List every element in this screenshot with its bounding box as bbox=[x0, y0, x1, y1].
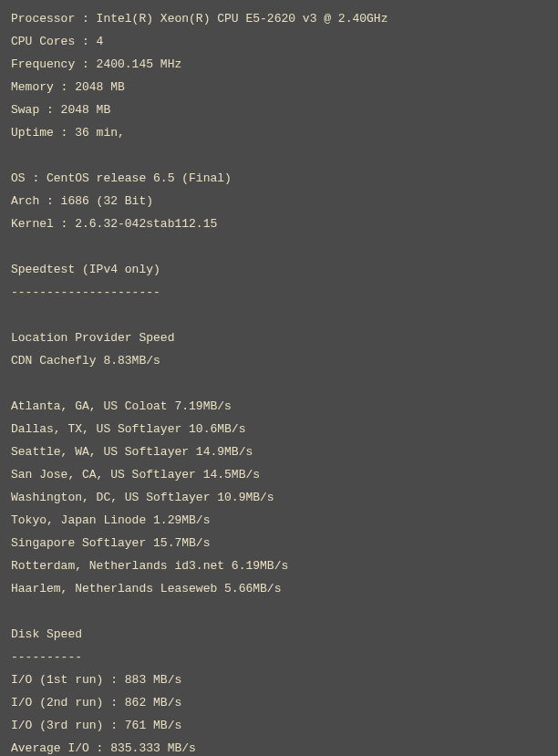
disk-run: I/O (1st run) : 883 MB/s bbox=[11, 668, 547, 691]
speedtest-result: Haarlem, Netherlands Leaseweb 5.66MB/s bbox=[11, 577, 547, 600]
speedtest-cdn: CDN Cachefly 8.83MB/s bbox=[11, 349, 547, 372]
speedtest-result: Dallas, TX, US Softlayer 10.6MB/s bbox=[11, 418, 547, 440]
speedtest-result: Tokyo, Japan Linode 1.29MB/s bbox=[11, 509, 547, 532]
disk-divider: ---------- bbox=[11, 646, 547, 668]
speedtest-divider: --------------------- bbox=[11, 281, 547, 304]
cpu-cores-line: CPU Cores : 4 bbox=[11, 30, 547, 53]
speedtest-result: Singapore Softlayer 15.7MB/s bbox=[11, 532, 547, 554]
swap-line: Swap : 2048 MB bbox=[11, 98, 547, 121]
speedtest-result: San Jose, CA, US Softlayer 14.5MB/s bbox=[11, 463, 547, 486]
memory-line: Memory : 2048 MB bbox=[11, 76, 547, 98]
arch-line: Arch : i686 (32 Bit) bbox=[11, 190, 547, 212]
blank-line bbox=[11, 235, 547, 258]
blank-line bbox=[11, 600, 547, 623]
os-line: OS : CentOS release 6.5 (Final) bbox=[11, 167, 547, 190]
speedtest-columns: Location Provider Speed bbox=[11, 326, 547, 349]
speedtest-result: Rotterdam, Netherlands id3.net 6.19MB/s bbox=[11, 554, 547, 577]
disk-run: I/O (3rd run) : 761 MB/s bbox=[11, 714, 547, 737]
blank-line bbox=[11, 144, 547, 167]
uptime-line: Uptime : 36 min, bbox=[11, 121, 547, 144]
frequency-line: Frequency : 2400.145 MHz bbox=[11, 53, 547, 76]
blank-line bbox=[11, 372, 547, 395]
speedtest-result: Atlanta, GA, US Coloat 7.19MB/s bbox=[11, 395, 547, 418]
disk-header: Disk Speed bbox=[11, 623, 547, 646]
disk-run: I/O (2nd run) : 862 MB/s bbox=[11, 691, 547, 714]
speedtest-result: Seattle, WA, US Softlayer 14.9MB/s bbox=[11, 440, 547, 463]
disk-average: Average I/O : 835.333 MB/s bbox=[11, 737, 547, 756]
speedtest-result: Washington, DC, US Softlayer 10.9MB/s bbox=[11, 486, 547, 509]
blank-line bbox=[11, 304, 547, 326]
kernel-line: Kernel : 2.6.32-042stab112.15 bbox=[11, 212, 547, 235]
speedtest-header: Speedtest (IPv4 only) bbox=[11, 258, 547, 281]
processor-line: Processor : Intel(R) Xeon(R) CPU E5-2620… bbox=[11, 7, 547, 30]
